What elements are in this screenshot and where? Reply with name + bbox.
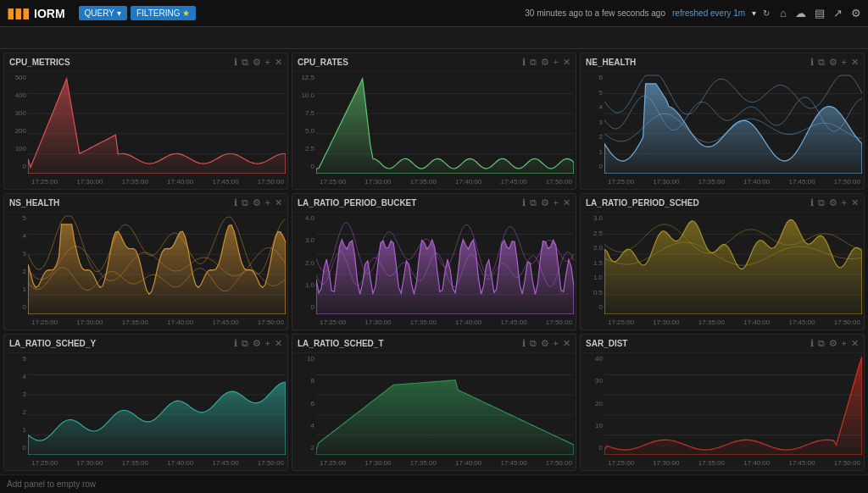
settings-icon-p1[interactable]: ⚙ [253,57,261,68]
panel-title-p1: CPU_METRICS [9,58,234,67]
chart-area-p8 [316,355,574,455]
refresh-dropdown[interactable]: ▾ [752,8,756,18]
x-labels-p5: 17:25:0017:30:0017:35:0017:40:0017:45:00… [316,314,576,330]
copy-icon-p6[interactable]: ⧉ [818,197,825,208]
share-icon[interactable]: ↗ [833,7,843,19]
add-panel-row[interactable]: Add panel to empty row [0,474,868,493]
panel-header-p9: SAR_DIST ℹ ⧉ ⚙ + ✕ [581,335,864,353]
info-icon-p3[interactable]: ℹ [810,57,814,68]
chart-area-p3 [604,74,862,174]
add-panel-label: Add panel to empty row [7,479,96,489]
close-icon-p4[interactable]: ✕ [275,197,282,208]
info-icon-p6[interactable]: ℹ [810,197,814,208]
x-labels-p8: 17:25:0017:30:0017:35:0017:40:0017:45:00… [316,455,576,470]
cloud-icon[interactable]: ☁ [795,7,806,19]
info-icon-p9[interactable]: ℹ [810,338,814,349]
panel-body-p9: 403020100 17:25:0017:30:0017:35:0017:40:… [581,353,864,470]
settings-icon-p4[interactable]: ⚙ [253,197,261,208]
add-icon-p4[interactable]: + [265,197,270,208]
settings-icon-p6[interactable]: ⚙ [829,197,837,208]
time-range-text: 30 minutes ago to a few seconds ago [525,8,665,18]
close-icon-p6[interactable]: ✕ [851,197,859,208]
panel-p4: NS_HEALTH ℹ ⧉ ⚙ + ✕ 543210 [3,193,288,330]
copy-icon-p5[interactable]: ⧉ [530,197,537,208]
add-icon-p8[interactable]: + [554,338,559,349]
copy-icon-p8[interactable]: ⧉ [530,338,537,349]
chart-area-p7 [28,355,286,455]
x-labels-p1: 17:25:0017:30:0017:35:0017:40:0017:45:00… [28,174,287,189]
copy-icon-p9[interactable]: ⧉ [818,338,825,349]
panel-p2: CPU_RATES ℹ ⧉ ⚙ + ✕ 12.510.07.55.02.50 [292,53,576,190]
app-logo: ▮▮▮ IORM [7,5,65,21]
subbar [0,27,868,49]
copy-icon-p1[interactable]: ⧉ [242,57,248,68]
settings-icon-p3[interactable]: ⚙ [829,57,837,68]
panel-icons-p8: ℹ ⧉ ⚙ + ✕ [522,338,570,349]
panel-title-p4: NS_HEALTH [9,198,234,208]
query-button[interactable]: QUERY ▾ [79,6,127,20]
settings-icon-p9[interactable]: ⚙ [829,338,837,349]
refresh-link[interactable]: refreshed every 1m [672,8,745,18]
close-icon-p7[interactable]: ✕ [275,338,282,349]
y-labels-p6: 3.02.52.01.51.00.50 [581,213,604,313]
folder-icon[interactable]: ▤ [815,7,825,19]
home-icon[interactable]: ⌂ [780,7,787,19]
info-icon-p5[interactable]: ℹ [522,197,526,208]
copy-icon-p3[interactable]: ⧉ [818,57,825,68]
panel-header-p5: LA_RATIO_PERIOD_BUCKET ℹ ⧉ ⚙ + ✕ [292,194,576,213]
panel-header-p3: NE_HEALTH ℹ ⧉ ⚙ + ✕ [581,53,864,72]
panel-p1: CPU_METRICS ℹ ⧉ ⚙ + ✕ 5004003002001000 [3,53,288,190]
info-icon-p8[interactable]: ℹ [522,338,526,349]
panel-p7: LA_RATIO_SCHED_Y ℹ ⧉ ⚙ + ✕ 543210 [3,334,288,471]
filtering-star: ★ [182,8,190,18]
copy-icon-p2[interactable]: ⧉ [530,57,537,68]
y-labels-p9: 403020100 [581,353,604,453]
chart-area-p1 [28,74,286,174]
panel-icons-p1: ℹ ⧉ ⚙ + ✕ [234,57,282,68]
add-icon-p7[interactable]: + [265,338,270,349]
chart-area-p2 [316,74,574,174]
copy-icon-p7[interactable]: ⧉ [242,338,248,349]
settings-icon-p8[interactable]: ⚙ [541,338,549,349]
panel-body-p8: 108642 17:25:0017:30:0017:35:0017:40:001… [292,353,576,470]
y-labels-p3: 6543210 [581,72,604,172]
add-icon-p5[interactable]: + [554,197,559,208]
panel-p5: LA_RATIO_PERIOD_BUCKET ℹ ⧉ ⚙ + ✕ 4.03.02… [292,193,576,330]
add-icon-p6[interactable]: + [842,197,847,208]
close-icon-p3[interactable]: ✕ [851,57,859,68]
panel-icons-p4: ℹ ⧉ ⚙ + ✕ [234,197,282,208]
filtering-button[interactable]: FILTERING ★ [131,6,196,20]
chart-area-p9 [604,355,862,455]
refresh-icon[interactable]: ↻ [763,8,770,18]
settings-icon-p7[interactable]: ⚙ [253,338,261,349]
panel-p8: LA_RATIO_SCHED_T ℹ ⧉ ⚙ + ✕ 108642 [292,334,576,471]
y-labels-p2: 12.510.07.55.02.50 [292,72,316,172]
close-icon-p1[interactable]: ✕ [275,57,282,68]
close-icon-p9[interactable]: ✕ [851,338,859,349]
info-icon-p1[interactable]: ℹ [234,57,237,68]
add-icon-p1[interactable]: + [265,57,270,68]
logo-icon: ▮▮▮ [7,5,30,21]
panel-header-p6: LA_RATIO_PERIOD_SCHED ℹ ⧉ ⚙ + ✕ [581,194,864,213]
top-icons: ⌂ ☁ ▤ ↗ ⚙ [780,7,861,19]
dashboard-grid: CPU_METRICS ℹ ⧉ ⚙ + ✕ 5004003002001000 [0,49,868,474]
info-icon-p4[interactable]: ℹ [234,197,237,208]
close-icon-p5[interactable]: ✕ [563,197,570,208]
y-labels-p1: 5004003002001000 [4,72,28,172]
close-icon-p2[interactable]: ✕ [563,57,570,68]
info-icon-p2[interactable]: ℹ [522,57,526,68]
settings-icon-p5[interactable]: ⚙ [541,197,549,208]
info-icon-p7[interactable]: ℹ [234,338,237,349]
panel-p6: LA_RATIO_PERIOD_SCHED ℹ ⧉ ⚙ + ✕ 3.02.52.… [580,193,865,330]
close-icon-p8[interactable]: ✕ [563,338,570,349]
copy-icon-p4[interactable]: ⧉ [242,197,248,208]
y-labels-p4: 543210 [4,213,28,313]
settings-icon-p2[interactable]: ⚙ [541,57,549,68]
filtering-label: FILTERING [136,8,180,18]
add-icon-p3[interactable]: + [842,57,847,68]
x-labels-p6: 17:25:0017:30:0017:35:0017:40:0017:45:00… [604,314,864,330]
query-chevron: ▾ [117,8,121,18]
settings-icon[interactable]: ⚙ [851,7,861,19]
add-icon-p2[interactable]: + [554,57,559,68]
add-icon-p9[interactable]: + [842,338,847,349]
